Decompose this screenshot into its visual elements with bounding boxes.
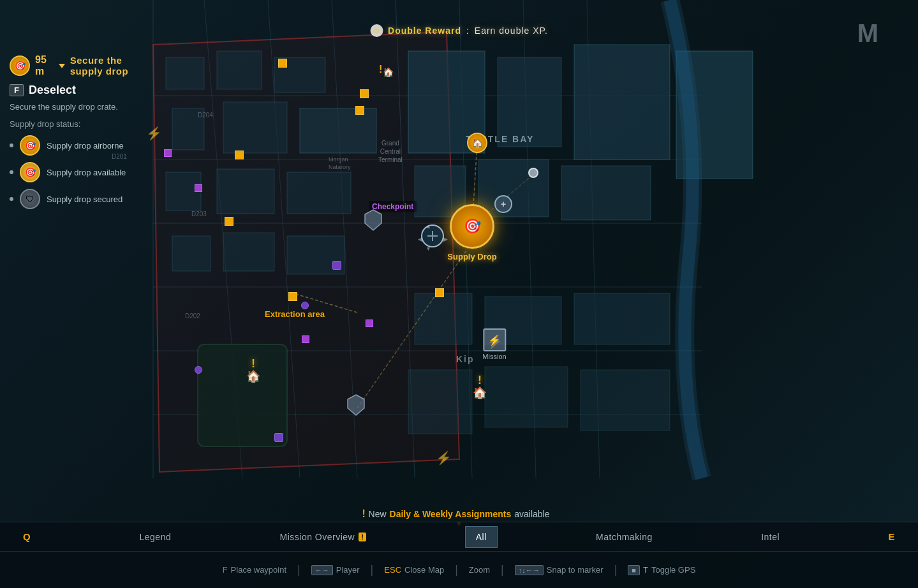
status-label-secured: Supply drop secured [47,195,122,204]
keybind-square-icon: ■ [628,565,640,575]
keybind-arrows-player: ←→ Player [304,565,367,575]
notif-available-text: available [514,509,549,519]
supply-drop-main[interactable]: 🎯 Supply Drop [450,204,494,249]
objective-arrow [59,64,65,68]
kip-area-label: Kip [456,354,475,364]
nav-q-label: Q [23,531,31,542]
objective-icon: 🎯 [10,55,30,76]
mission-label: Mission [482,353,506,360]
purple-marker-4 [195,184,202,192]
supply-status-title: Supply drop status: [10,119,150,129]
mission-marker[interactable]: ⚡ Mission [482,328,506,360]
purple-sq-2 [274,433,283,442]
house-gc: 🏠 [383,67,394,77]
nav-e-label: E [888,531,895,542]
keybind-close-label: Close Map [404,565,444,575]
status-icon-available: 🎯 [20,162,40,182]
nav-e-key: E [878,526,905,547]
lightning-1: ⚡ [146,126,162,141]
turtle-bay-icon: 🏠 [467,133,487,153]
extraction-label: Extraction area [265,309,325,319]
notif-left-bracket: ! [362,508,366,520]
exclaim-bang-2: ! [478,374,482,386]
district-d204-label: D204 [198,112,213,119]
orange-marker-2 [360,89,369,98]
notif-link-text: Daily & Weekly Assignments [390,509,512,519]
keybind-player-label: Player [336,565,360,575]
keybind-f-waypoint: F Place waypoint [215,565,294,575]
purple-marker-2 [302,335,309,343]
keybind-esc-key: ESC [384,565,401,575]
status-icon-secured: 🛡 [20,189,40,209]
exclaim-house-icon-2: 🏠 [473,387,487,399]
orange-marker-5 [225,217,233,226]
keybind-esc-close: ESC Close Map [376,565,452,575]
deselect-bar[interactable]: F Deselect [10,84,150,97]
supply-drop-outer-ring: 🎯 [450,204,494,249]
nav-mission-label: Mission Overview [280,532,355,542]
exclaim-house-2[interactable]: ! 🏠 [473,374,487,399]
double-reward-icon: ⊙ [370,24,383,37]
top-right-initial: M [857,19,880,48]
district-d201-label: D201 [112,153,127,160]
mission-overview-badge: ! [359,533,366,541]
deselect-label: Deselect [29,84,76,97]
keybind-sep-4: | [498,563,507,577]
orange-marker-7 [435,288,444,297]
status-icon-airborne: 🎯 [20,135,40,156]
crosshair-ring [421,224,444,247]
top-notification: ⊙ Double Reward : Earn double XP. [370,24,548,37]
keybind-waypoint-label: Place waypoint [231,565,286,575]
purple-marker-3 [164,149,172,157]
status-airborne: 🎯 Supply drop airborne [10,135,150,156]
objective-title: Secure the supply drop [70,55,150,77]
bottom-nav: Q Legend Mission Overview ! All Matchmak… [0,522,918,551]
lightning-3: ⚡ [436,450,452,466]
nav-legend[interactable]: Legend [129,527,181,547]
status-secured: 🛡 Supply drop secured [10,189,150,209]
keybind-sep-5: | [611,563,621,577]
orange-marker-4 [235,151,244,159]
exclaim-house-1[interactable]: ! 🏠 [246,358,260,382]
purple-sq-1 [332,261,341,270]
status-label-airborne: Supply drop airborne [47,141,124,151]
nav-q-key: Q [13,526,41,547]
earn-xp-text: Earn double XP. [475,26,548,36]
nav-matchmaking[interactable]: Matchmaking [586,527,663,547]
keybind-sep-3: | [452,563,461,577]
nav-mission-overview[interactable]: Mission Overview ! [270,527,377,547]
status-dot-secured [10,197,13,201]
orange-marker-3 [355,106,364,115]
dir-up: ▲ [426,223,431,230]
nav-all-label: All [476,532,487,542]
left-panel: 🎯 95 m Secure the supply drop F Deselect… [0,48,159,222]
status-dot-airborne [10,143,13,147]
deselect-key[interactable]: F [10,84,24,96]
keybind-dpad-icon: ↑↓←→ [515,565,544,575]
objective-bar: 🎯 95 m Secure the supply drop [10,54,150,77]
bottom-notification: ! New Daily & Weekly Assignments availab… [369,509,550,519]
keybind-snap-label: Snap to marker [547,565,603,575]
purple-round-1 [195,366,202,374]
nav-all[interactable]: All [465,526,498,548]
keybind-lr-icon: ←→ [311,565,333,575]
keybind-sep-2: | [367,563,377,577]
grand-central-label: GrandCentralTerminal [378,139,403,164]
supply-drop-label: Supply Drop [447,252,496,261]
shield-marker-2 [347,394,365,418]
keybind-zoom: Zoom [461,565,498,575]
dir-down: ▼ [426,246,431,252]
bottom-keybind: F Place waypoint | ←→ Player | ESC Close… [0,551,918,588]
district-d203-label: D203 [191,210,207,217]
nav-intel[interactable]: Intel [751,527,790,547]
grey-dot-marker [528,168,538,178]
nav-matchmaking-label: Matchmaking [596,532,653,542]
status-label-available: Supply drop available [47,168,126,177]
mission-icon: ⚡ [483,328,506,351]
status-dot-available [10,170,13,174]
status-available: 🎯 Supply drop available [10,162,150,182]
top-notification-separator: : [466,26,470,36]
keybind-zoom-label: Zoom [469,565,490,575]
orange-marker-6 [288,292,297,301]
nav-legend-label: Legend [139,532,171,542]
